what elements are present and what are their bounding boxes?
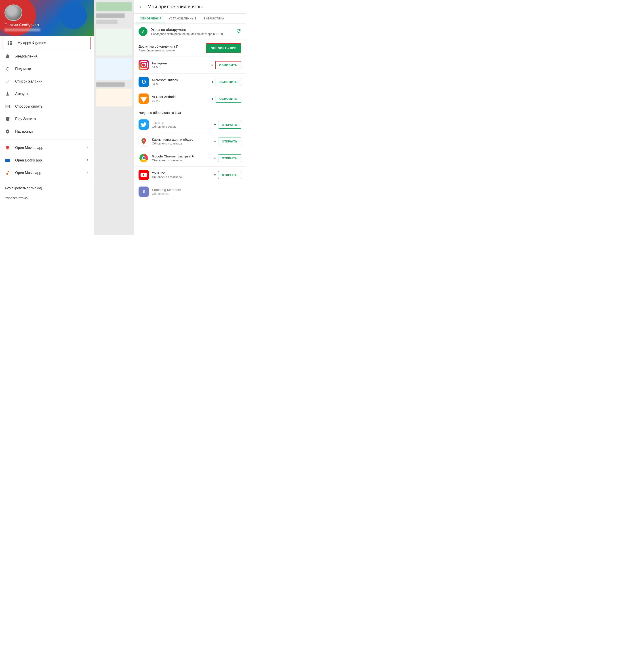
- arrow-right-icon: [85, 158, 89, 163]
- profile-name: Энакин Скайуокер: [4, 23, 89, 27]
- tab-installed[interactable]: УСТАНОВЛЕННЫЕ: [165, 14, 200, 23]
- security-text: Угроз не обнаружено Последнее сканирован…: [151, 28, 236, 36]
- app-item-outlook: O Microsoft Outlook 34 МБ ▾ ОБНОВИТЬ: [134, 73, 246, 90]
- sidebar-item-label: Настройки: [15, 130, 89, 134]
- back-button[interactable]: ←: [139, 4, 144, 10]
- app-info-outlook: Microsoft Outlook 34 МБ: [152, 78, 209, 86]
- app-item-youtube: YouTube Обновлено позавчера ▾ ОТКРЫТЬ: [134, 167, 246, 183]
- refresh-button[interactable]: [236, 28, 242, 35]
- app-info-samsung: Samsung Members Обновлено...: [152, 188, 242, 196]
- update-all-text: Доступны обновления (3) Автообновление в…: [139, 45, 178, 52]
- samsung-icon: S: [139, 186, 149, 197]
- app-meta: 34 МБ: [152, 82, 209, 86]
- right-body: Угроз не обнаружено Последнее сканирован…: [134, 23, 246, 235]
- open-maps-button[interactable]: ОТКРЫТЬ: [218, 137, 242, 146]
- music-icon: [4, 170, 11, 176]
- app-name: Твиттер: [152, 121, 212, 125]
- update-outlook-button[interactable]: ОБНОВИТЬ: [216, 78, 242, 86]
- chrome-icon: [139, 153, 149, 163]
- sidebar-item-settings[interactable]: Настройки: [0, 125, 94, 138]
- arrow-right-icon: [85, 146, 89, 151]
- sidebar-item-account[interactable]: Аккаунт: [0, 88, 94, 100]
- app-name: YouTube: [152, 171, 212, 175]
- sidebar-item-payment[interactable]: Способы оплаты: [0, 100, 94, 113]
- sidebar-item-label: Аккаунт: [15, 92, 89, 96]
- bell-icon: [4, 53, 11, 60]
- sidebar-item-label-my-apps: My apps & games: [18, 41, 87, 45]
- tab-library[interactable]: БИБЛИОТЕКА: [200, 14, 228, 23]
- check-icon: [4, 78, 11, 85]
- sidebar-item-music[interactable]: Open Music app: [0, 167, 94, 179]
- profile-email: [4, 28, 40, 31]
- divider: [0, 139, 94, 140]
- security-icon: [139, 27, 147, 36]
- books-icon: [4, 157, 11, 163]
- update-all-button[interactable]: ОБНОВИТЬ ВСЕ: [206, 43, 242, 53]
- auto-update-subtitle: Автообновление включено: [139, 49, 178, 52]
- chevron-down-icon[interactable]: ▾: [211, 63, 213, 67]
- app-name: Карты: навигация и общес: [152, 137, 212, 141]
- card-icon: [4, 103, 11, 110]
- open-twitter-button[interactable]: ОТКРЫТЬ: [218, 121, 242, 129]
- app-info-chrome: Google Chrome: быстрый б Обновлено позав…: [152, 154, 212, 162]
- sidebar-item-label: Список желаний: [15, 80, 89, 83]
- app-info-twitter: Твиттер Обновлено вчера: [152, 121, 212, 128]
- sidebar-item-subscriptions[interactable]: Подписки: [0, 63, 94, 75]
- grid-icon: [7, 40, 13, 46]
- gear-icon: [4, 128, 11, 135]
- sidebar-item-label-movies: Open Movies app: [15, 146, 85, 150]
- sidebar-item-label-music: Open Music app: [15, 171, 85, 175]
- right-panel: ← Мои приложения и игры ОБНОВЛЕНИЯ УСТАН…: [134, 0, 246, 235]
- security-banner: Угроз не обнаружено Последнее сканирован…: [134, 23, 246, 40]
- app-info-maps: Карты: навигация и общес Обновлено позав…: [152, 137, 212, 145]
- update-vlc-button[interactable]: ОБНОВИТЬ: [216, 95, 242, 103]
- refresh-icon: [4, 66, 11, 72]
- person-icon: [4, 91, 11, 97]
- middle-panel-bg: [94, 0, 134, 235]
- chevron-down-icon[interactable]: ▾: [214, 123, 216, 127]
- open-youtube-button[interactable]: ОТКРЫТЬ: [218, 171, 242, 179]
- chevron-down-icon[interactable]: ▾: [214, 139, 216, 144]
- app-info-vlc: VLC for Android 20 МБ: [152, 95, 209, 103]
- sidebar-item-label: Подписки: [15, 67, 89, 71]
- chevron-down-icon[interactable]: ▾: [212, 80, 213, 84]
- open-chrome-button[interactable]: ОТКРЫТЬ: [218, 154, 242, 162]
- app-meta: Обновлено позавчера: [152, 142, 212, 145]
- sidebar-item-playprotect[interactable]: Play Защита: [0, 113, 94, 125]
- tab-updates[interactable]: ОБНОВЛЕНИЯ: [136, 14, 165, 23]
- svg-rect-0: [7, 41, 9, 43]
- app-name: Google Chrome: быстрый б: [152, 154, 212, 158]
- update-instagram-button[interactable]: ОБНОВИТЬ: [215, 61, 242, 69]
- chevron-down-icon[interactable]: ▾: [214, 156, 216, 160]
- sidebar-item-notifications[interactable]: Уведомления: [0, 50, 94, 63]
- tabs-row: ОБНОВЛЕНИЯ УСТАНОВЛЕННЫЕ БИБЛИОТЕКА: [134, 14, 246, 23]
- app-meta: 31 МБ: [152, 66, 209, 69]
- nav-help[interactable]: Справка/отзыв: [0, 193, 94, 203]
- chevron-down-icon[interactable]: ▾: [212, 96, 213, 101]
- sidebar-item-books[interactable]: Open Books app: [0, 154, 94, 167]
- app-meta: Обновлено позавчера: [152, 159, 212, 162]
- sidebar-item-label: Уведомления: [15, 54, 89, 58]
- update-all-row: Доступны обновления (3) Автообновление в…: [134, 40, 246, 57]
- nav-promo[interactable]: Активировать промокод: [0, 183, 94, 193]
- movies-icon: [4, 145, 11, 151]
- app-info-youtube: YouTube Обновлено позавчера: [152, 171, 212, 179]
- sidebar-item-my-apps[interactable]: My apps & games: [3, 37, 91, 49]
- sidebar-item-movies[interactable]: Open Movies app: [0, 141, 94, 154]
- app-item-samsung: S Samsung Members Обновлено...: [134, 183, 246, 200]
- left-panel: Энакин Скайуокер My apps & games: [0, 0, 94, 235]
- app-item-vlc: VLC for Android 20 МБ ▾ ОБНОВИТЬ: [134, 90, 246, 107]
- svg-rect-3: [10, 43, 12, 45]
- chevron-down-icon[interactable]: ▾: [214, 173, 216, 177]
- svg-rect-1: [10, 41, 12, 43]
- security-subtitle: Последнее сканирование приложений: вчера…: [151, 32, 236, 36]
- vlc-icon: [139, 93, 149, 104]
- recent-section-header: Недавно обновленные (13): [134, 107, 246, 116]
- sidebar-item-wishlist[interactable]: Список желаний: [0, 75, 94, 88]
- nav-list: My apps & games Уведомления Подписки: [0, 36, 94, 235]
- app-item-chrome: Google Chrome: быстрый б Обновлено позав…: [134, 150, 246, 167]
- app-name: Samsung Members: [152, 188, 242, 192]
- youtube-icon: [139, 170, 149, 180]
- right-header: ← Мои приложения и игры: [134, 0, 246, 14]
- app-meta: Обновлено...: [152, 192, 242, 196]
